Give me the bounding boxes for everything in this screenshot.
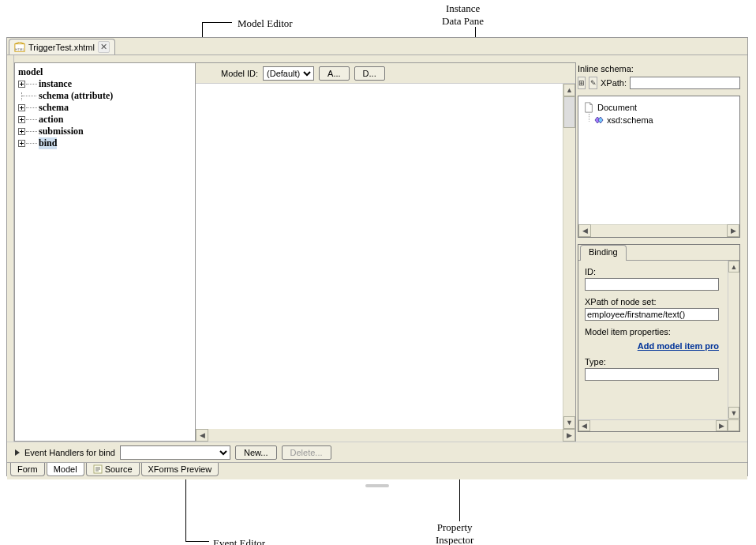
tab-xforms-preview[interactable]: XForms Preview (141, 463, 219, 476)
file-tab-label: TriggerTest.xhtml (28, 43, 95, 52)
tab-form[interactable]: Form (10, 463, 45, 476)
scroll-track[interactable] (591, 224, 727, 237)
tree-item-instance[interactable]: instance (17, 78, 193, 90)
tree-item-schema-attribute[interactable]: schema (attribute) (17, 90, 193, 102)
scroll-up-icon[interactable]: ▲ (728, 261, 739, 272)
annotation-property-inspector: PropertyInspector (436, 521, 473, 545)
tab-model[interactable]: Model (47, 463, 84, 476)
bottom-tab-row: Form Model Source XForms Preview (7, 462, 747, 479)
xpath-row: ⊞ ✎ XPath: (576, 77, 742, 92)
expand-all-icon[interactable]: ⊞ (578, 77, 586, 89)
binding-vertical-scrollbar[interactable]: ▲ ▼ (728, 261, 739, 419)
document-tree-box: Document xsd:schema ◀ ▶ (578, 96, 740, 238)
expand-triangle-icon[interactable] (15, 449, 20, 456)
model-id-dropdown[interactable]: (Default) (263, 66, 314, 81)
xpath-label: XPath: (601, 78, 627, 88)
binding-tabs: Binding (578, 245, 739, 261)
binding-tab[interactable]: Binding (580, 245, 627, 261)
tree-item-submission[interactable]: submission (17, 126, 193, 137)
expand-icon[interactable] (18, 116, 25, 123)
html-file-icon: HTML (14, 42, 25, 53)
editor-window: HTML TriggerTest.xhtml ✕ model instance … (6, 37, 748, 476)
doc-tree-root[interactable]: Document (583, 101, 735, 114)
scroll-track[interactable] (208, 429, 563, 442)
model-tree-pane: model instance schema (attribute) schema… (14, 62, 196, 442)
scroll-down-icon[interactable]: ▼ (563, 416, 575, 429)
resize-grip[interactable] (728, 419, 739, 431)
annotation-line (202, 22, 232, 23)
source-icon (93, 464, 103, 474)
scroll-thumb[interactable] (563, 96, 575, 128)
center-pane: Model ID: (Default) A... D... ▲ ▼ ◀ ▶ (196, 62, 576, 442)
expand-icon[interactable] (18, 128, 25, 135)
model-item-props-label: Model item properties: (585, 327, 719, 336)
resize-handle[interactable] (7, 479, 747, 484)
scroll-down-icon[interactable]: ▼ (728, 407, 739, 419)
expand-icon[interactable] (18, 104, 25, 111)
schema-element-icon (594, 115, 604, 125)
vertical-scrollbar[interactable]: ▲ ▼ (563, 84, 575, 429)
xpath-nodeset-input[interactable] (585, 308, 719, 321)
tree-item-bind[interactable]: bind (17, 137, 193, 149)
annotation-model-editor: Model Editor (238, 17, 293, 30)
svg-text:HTML: HTML (15, 47, 24, 51)
xpath-input[interactable] (630, 77, 740, 89)
wizard-icon[interactable]: ✎ (589, 77, 597, 89)
binding-body: ID: XPath of node set: Model item proper… (578, 261, 739, 431)
model-toolbar: Model ID: (Default) A... D... (196, 63, 575, 84)
expand-icon[interactable] (18, 81, 25, 88)
scroll-up-icon[interactable]: ▲ (563, 84, 575, 96)
model-tree: model instance schema (attribute) schema… (15, 63, 195, 152)
horizontal-scrollbar[interactable]: ◀ ▶ (196, 429, 575, 442)
delete-button[interactable]: D... (354, 66, 385, 81)
annotation-line (475, 27, 476, 38)
instance-data-area: ▲ ▼ (196, 84, 575, 429)
scroll-right-icon[interactable]: ▶ (716, 420, 728, 431)
main-area: model instance schema (attribute) schema… (7, 55, 747, 442)
add-button[interactable]: A... (319, 66, 350, 81)
scroll-right-icon[interactable]: ▶ (563, 429, 575, 442)
tab-bar: HTML TriggerTest.xhtml ✕ (7, 38, 747, 55)
id-input[interactable] (585, 278, 719, 291)
annotation-event-editor: Event Editor (213, 537, 265, 545)
binding-horizontal-scrollbar[interactable]: ◀ ▶ (578, 419, 728, 431)
tree-item-action[interactable]: action (17, 114, 193, 126)
scroll-left-icon[interactable]: ◀ (578, 224, 591, 237)
property-inspector: Binding ID: XPath of node set: Mod (578, 244, 740, 432)
doc-tree-child[interactable]: xsd:schema (583, 114, 735, 126)
event-handlers-dropdown[interactable] (120, 445, 230, 460)
type-label: Type: (585, 357, 719, 366)
new-event-button[interactable]: New... (235, 445, 277, 460)
left-spine (7, 55, 14, 442)
tree-branch-icon (18, 92, 39, 100)
tree-root[interactable]: model (17, 66, 193, 78)
type-input[interactable] (585, 368, 719, 381)
document-icon (583, 102, 594, 113)
expand-icon[interactable] (18, 140, 25, 147)
scroll-right-icon[interactable]: ▶ (727, 224, 739, 237)
annotation-instance-data-pane: InstanceData Pane (442, 2, 484, 28)
xpath-nodeset-label: XPath of node set: (585, 297, 719, 306)
tree-item-schema[interactable]: schema (17, 102, 193, 114)
annotation-line (185, 541, 209, 542)
delete-event-button[interactable]: Delete... (282, 445, 331, 460)
file-tab[interactable]: HTML TriggerTest.xhtml ✕ (9, 39, 115, 54)
close-icon[interactable]: ✕ (98, 41, 110, 53)
id-label: ID: (585, 267, 719, 276)
scroll-left-icon[interactable]: ◀ (196, 429, 208, 442)
event-handlers-label: Event Handlers for bind (24, 448, 115, 457)
tab-source[interactable]: Source (86, 463, 140, 476)
doc-horizontal-scrollbar[interactable]: ◀ ▶ (578, 224, 739, 237)
inline-schema-label: Inline schema: (576, 62, 742, 73)
scroll-left-icon[interactable]: ◀ (578, 420, 590, 431)
document-tree: Document xsd:schema (578, 96, 739, 131)
model-id-label: Model ID: (221, 69, 258, 78)
event-editor-row: Event Handlers for bind New... Delete... (7, 442, 747, 462)
right-pane: Inline schema: ⊞ ✎ XPath: Document (576, 62, 742, 442)
add-model-item-link[interactable]: Add model item pro (638, 341, 719, 351)
